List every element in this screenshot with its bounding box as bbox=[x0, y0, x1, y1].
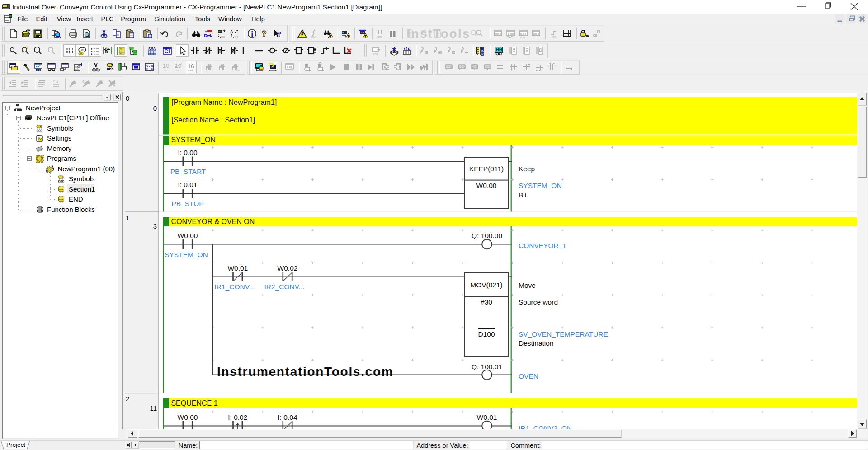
svg-text:Bit: Bit bbox=[519, 191, 527, 199]
svg-text:?: ? bbox=[278, 30, 282, 38]
svg-text:Q: 100.00: Q: 100.00 bbox=[472, 232, 502, 239]
svg-text:Source word: Source word bbox=[519, 298, 558, 306]
svg-text:OVEN: OVEN bbox=[519, 372, 538, 380]
svg-text:[Section Name : Section1]: [Section Name : Section1] bbox=[171, 116, 255, 124]
svg-text:W0.00: W0.00 bbox=[476, 182, 497, 189]
svg-text:11: 11 bbox=[150, 404, 157, 412]
svg-text:ron: ron bbox=[311, 35, 316, 38]
svg-text:SYSTEM_ON: SYSTEM_ON bbox=[171, 136, 216, 144]
svg-text:CONVEYOR_1: CONVEYOR_1 bbox=[519, 242, 566, 249]
svg-text:IR1_CONV2_ON: IR1_CONV2_ON bbox=[519, 424, 572, 429]
svg-text:I: 0.04: I: 0.04 bbox=[278, 413, 297, 421]
svg-text:Project: Project bbox=[6, 441, 25, 448]
svg-text:MOV(021): MOV(021) bbox=[470, 281, 503, 289]
svg-text:CI: CI bbox=[164, 48, 170, 55]
svg-text:10: 10 bbox=[163, 62, 169, 69]
svg-text:W0.01: W0.01 bbox=[227, 264, 248, 272]
svg-text:W0.02: W0.02 bbox=[278, 264, 298, 272]
svg-text:ron: ron bbox=[377, 35, 382, 38]
svg-text:Keep: Keep bbox=[519, 165, 535, 173]
svg-text:SV_OVEN_TEMPERATURE: SV_OVEN_TEMPERATURE bbox=[519, 330, 608, 338]
svg-text:IR2_CONV...: IR2_CONV... bbox=[264, 283, 304, 291]
svg-text:InstrumentationTools.com: InstrumentationTools.com bbox=[217, 365, 393, 379]
svg-text:Q: 100.01: Q: 100.01 bbox=[472, 363, 502, 370]
svg-text:1: 1 bbox=[126, 214, 129, 221]
svg-text:ron: ron bbox=[552, 35, 556, 38]
svg-text:W0.01: W0.01 bbox=[477, 413, 497, 421]
svg-text:#30: #30 bbox=[481, 298, 492, 306]
svg-text:2: 2 bbox=[126, 395, 129, 403]
svg-text:ron: ron bbox=[188, 69, 193, 72]
svg-text:SYSTEM_ON: SYSTEM_ON bbox=[519, 182, 562, 189]
svg-text:3: 3 bbox=[153, 222, 157, 230]
svg-text:?: ? bbox=[262, 29, 267, 38]
svg-text:w: w bbox=[80, 48, 84, 52]
svg-text:ron: ron bbox=[520, 36, 525, 38]
svg-text:PB_STOP: PB_STOP bbox=[171, 200, 203, 207]
svg-text:0: 0 bbox=[126, 94, 129, 102]
svg-text:D100: D100 bbox=[478, 330, 495, 338]
svg-text:ron: ron bbox=[164, 69, 168, 72]
svg-text:Destination: Destination bbox=[519, 339, 554, 347]
svg-text:KEEP(011): KEEP(011) bbox=[469, 165, 504, 173]
svg-text:I: 0.00: I: 0.00 bbox=[178, 149, 197, 156]
svg-text:IR1_CONV...: IR1_CONV... bbox=[214, 283, 255, 291]
svg-text:ron: ron bbox=[373, 52, 378, 56]
svg-text:CONVEYOR & OVEN ON: CONVEYOR & OVEN ON bbox=[171, 218, 255, 225]
svg-text:ron: ron bbox=[176, 69, 180, 72]
svg-text:SEQUENCE 1: SEQUENCE 1 bbox=[171, 399, 217, 407]
svg-text:SYSTEM_ON: SYSTEM_ON bbox=[165, 251, 208, 258]
svg-text:HH: HH bbox=[496, 47, 502, 52]
svg-text:Move: Move bbox=[519, 281, 536, 289]
svg-text:W0.00: W0.00 bbox=[178, 232, 198, 239]
svg-text:W0.00: W0.00 bbox=[178, 413, 198, 421]
svg-text:B: B bbox=[235, 35, 238, 38]
svg-text:[Program Name : NewProgram1]: [Program Name : NewProgram1] bbox=[171, 98, 277, 106]
svg-text:I: 0.01: I: 0.01 bbox=[178, 181, 197, 188]
svg-text:I: 0.02: I: 0.02 bbox=[228, 413, 247, 421]
svg-text:PB_START: PB_START bbox=[170, 168, 206, 175]
svg-text:A: A bbox=[230, 29, 233, 34]
svg-text:0: 0 bbox=[153, 104, 157, 112]
svg-text:ron: ron bbox=[236, 69, 240, 72]
svg-text:0.02: 0.02 bbox=[146, 67, 154, 71]
